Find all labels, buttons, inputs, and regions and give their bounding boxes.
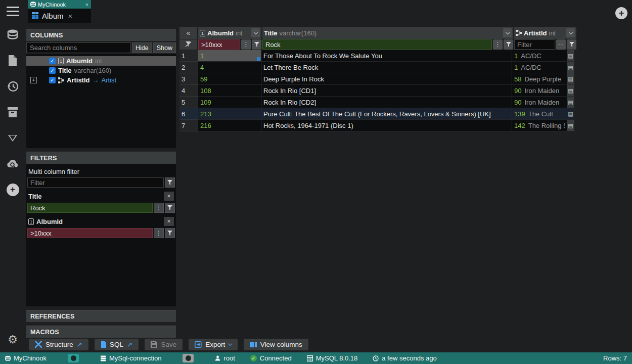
chevron-down-icon[interactable] <box>251 28 260 37</box>
albumid-filter-input[interactable] <box>27 228 153 238</box>
search-columns-input[interactable] <box>26 42 131 53</box>
status-database[interactable]: MyChinook <box>5 354 47 362</box>
artistid-cell[interactable]: 90Iron Maiden <box>512 85 567 97</box>
albumid-cell[interactable]: 216 <box>198 120 261 131</box>
albumid-cell[interactable]: 108 <box>198 85 261 97</box>
title-cell[interactable]: Let There Be Rock <box>261 62 512 73</box>
panel-splitter[interactable] <box>26 306 176 310</box>
row-detail-button[interactable]: ▤ <box>567 120 574 131</box>
column-header-title[interactable]: Title varchar(160) <box>262 27 513 39</box>
export-button[interactable]: Export <box>189 339 238 350</box>
clear-filters-button[interactable] <box>179 39 197 50</box>
row-number[interactable]: 4 <box>179 85 198 97</box>
new-tab-button[interactable]: + <box>615 7 627 19</box>
albumid-grid-filter-input[interactable] <box>198 39 240 50</box>
columns-section-header[interactable]: COLUMNS <box>26 29 176 41</box>
column-item-title[interactable]: ✓ Title varchar(160) <box>26 66 176 75</box>
hide-button[interactable]: Hide <box>132 42 152 53</box>
selection-handle[interactable] <box>257 57 260 61</box>
row-number[interactable]: 1 <box>179 50 198 62</box>
close-icon[interactable]: × <box>164 192 174 201</box>
database-color-chip[interactable] <box>68 354 79 362</box>
title-cell[interactable]: Rock In Rio [CD2] <box>261 97 512 108</box>
row-detail-button[interactable]: ▤ <box>567 62 574 73</box>
funnel-icon[interactable] <box>165 228 175 238</box>
save-button[interactable]: Save <box>145 339 183 350</box>
structure-button[interactable]: Structure ↗ <box>29 339 88 350</box>
archive-icon[interactable] <box>6 105 20 119</box>
checkbox-checked[interactable]: ✓ <box>49 58 56 64</box>
close-icon[interactable]: × <box>85 2 88 8</box>
title-cell[interactable]: Pure Cult: The Best Of The Cult (For Roc… <box>261 108 512 120</box>
column-item-albumid[interactable]: ✓ 1 AlbumId int <box>26 56 176 66</box>
show-button[interactable]: Show <box>153 42 176 53</box>
chevron-down-icon[interactable] <box>503 28 512 37</box>
collapse-left-panel-button[interactable]: « <box>179 27 197 39</box>
row-detail-button[interactable]: ▤ <box>567 85 574 97</box>
albumid-cell[interactable]: 59 <box>198 73 261 85</box>
albumid-cell[interactable]: 213 <box>198 108 261 120</box>
albumid-cell[interactable]: 4 <box>198 62 261 73</box>
funnel-icon[interactable] <box>165 203 175 213</box>
artistid-cell[interactable]: 58Deep Purple <box>512 73 567 85</box>
database-icon[interactable] <box>6 28 20 42</box>
more-vertical-icon[interactable]: ⋮ <box>241 39 251 50</box>
more-vertical-icon[interactable]: ⋮ <box>154 203 164 213</box>
macros-section-header[interactable]: MACROS <box>26 326 176 338</box>
reference-link-artist[interactable]: Artist <box>102 76 117 84</box>
title-grid-filter-input[interactable] <box>262 39 492 50</box>
artistid-cell[interactable]: 139The Cult <box>512 108 567 120</box>
row-number[interactable]: 2 <box>179 62 198 73</box>
artistid-grid-filter-input[interactable] <box>514 39 555 50</box>
tab-album[interactable]: Album × <box>28 9 91 23</box>
more-vertical-icon[interactable]: ⋮ <box>154 228 164 238</box>
panel-splitter[interactable] <box>26 148 176 152</box>
sql-button[interactable]: SQL ↗ <box>95 339 139 350</box>
ellipsis-icon[interactable]: ··· <box>556 39 566 50</box>
artistid-cell[interactable]: 1AC/DC <box>512 50 567 62</box>
title-cell[interactable]: Rock In Rio [CD1] <box>261 85 512 97</box>
close-icon[interactable]: × <box>164 217 174 226</box>
row-detail-button[interactable]: ▤ <box>567 50 574 62</box>
chevron-down-icon[interactable] <box>566 28 575 37</box>
artistid-cell[interactable]: 142The Rolling Stones <box>512 120 567 131</box>
status-connection[interactable]: MySql-connection <box>100 354 161 362</box>
more-vertical-icon[interactable]: ⋮ <box>493 39 503 50</box>
add-icon[interactable]: + <box>6 183 20 197</box>
view-columns-button[interactable]: View columns <box>244 339 308 350</box>
albumid-cell[interactable]: 109 <box>198 97 261 108</box>
title-cell[interactable]: Deep Purple In Rock <box>261 73 512 85</box>
title-cell[interactable]: For Those About To Rock We Salute You <box>261 50 512 62</box>
checkbox-checked[interactable]: ✓ <box>49 77 56 83</box>
artistid-cell[interactable]: 1AC/DC <box>512 62 567 73</box>
funnel-icon[interactable] <box>567 39 576 50</box>
checkbox-checked[interactable]: ✓ <box>49 67 56 74</box>
filter-icon[interactable] <box>6 131 20 145</box>
column-item-artistid[interactable]: + ✓ ArtistId → Artist <box>26 75 176 85</box>
row-number[interactable]: 6 <box>179 108 198 120</box>
history-icon[interactable] <box>6 79 20 94</box>
filters-section-header[interactable]: FILTERS <box>26 152 176 164</box>
references-section-header[interactable]: REFERENCES <box>26 310 176 322</box>
title-filter-input[interactable] <box>27 203 153 213</box>
close-icon[interactable]: × <box>68 12 73 20</box>
column-header-albumid[interactable]: 1 AlbumId int <box>198 27 261 39</box>
albumid-cell[interactable]: 1 <box>198 50 261 62</box>
row-number[interactable]: 7 <box>179 120 198 131</box>
multi-filter-input[interactable] <box>27 177 164 188</box>
funnel-icon[interactable] <box>504 39 513 50</box>
expand-icon[interactable]: + <box>30 77 37 83</box>
row-number[interactable]: 3 <box>179 73 198 85</box>
column-header-artistid[interactable]: ArtistId int <box>514 27 576 39</box>
tab-group-mychinook[interactable]: MyChinook × <box>28 0 91 9</box>
gear-icon[interactable]: ⚙ <box>8 333 18 346</box>
row-detail-button[interactable]: ▤ <box>567 97 574 108</box>
file-icon[interactable] <box>6 54 20 68</box>
connection-color-chip[interactable] <box>183 354 194 362</box>
menu-icon[interactable] <box>7 7 19 16</box>
artistid-cell[interactable]: 90Iron Maiden <box>512 97 567 108</box>
row-detail-button[interactable]: ▤ <box>567 108 574 120</box>
funnel-icon[interactable] <box>165 177 175 188</box>
row-number[interactable]: 5 <box>179 97 198 108</box>
title-cell[interactable]: Hot Rocks, 1964-1971 (Disc 1) <box>261 120 512 131</box>
